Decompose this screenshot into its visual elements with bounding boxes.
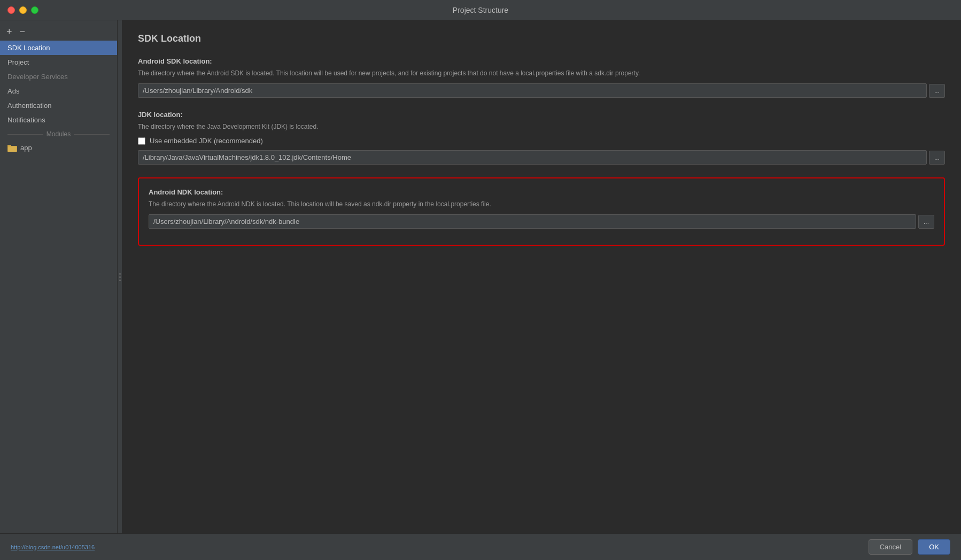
jdk-desc: The directory where the Java Development… <box>138 122 945 131</box>
sidebar-item-label: Developer Services <box>7 73 68 81</box>
ndk-block: Android NDK location: The directory wher… <box>138 177 945 246</box>
sidebar-item-label: Project <box>7 58 29 66</box>
android-sdk-path-input[interactable] <box>138 83 927 98</box>
sidebar-item-sdk-location[interactable]: SDK Location <box>0 41 117 55</box>
ndk-path-input[interactable] <box>149 214 916 229</box>
android-sdk-browse-button[interactable]: ... <box>929 84 945 98</box>
footer-url[interactable]: http://blog.csdn.net/u014005316 <box>11 544 95 550</box>
minimize-button[interactable] <box>19 6 27 14</box>
sidebar-item-app[interactable]: app <box>0 141 117 154</box>
window-title: Project Structure <box>453 6 508 14</box>
add-button[interactable]: + <box>5 27 13 36</box>
maximize-button[interactable] <box>31 6 38 14</box>
sidebar: + − SDK Location Project Developer Servi… <box>0 20 118 533</box>
section-title: SDK Location <box>138 33 945 44</box>
embedded-jdk-row: Use embedded JDK (recommended) <box>138 137 945 145</box>
sidebar-toolbar: + − <box>0 25 117 41</box>
resize-handle[interactable] <box>118 20 122 533</box>
bottom-bar: http://blog.csdn.net/u014005316 Cancel O… <box>0 533 961 560</box>
sidebar-item-developer-services: Developer Services <box>0 69 117 84</box>
jdk-path-row: ... <box>138 150 945 165</box>
remove-button[interactable]: − <box>19 27 27 36</box>
ndk-browse-button[interactable]: ... <box>918 215 934 229</box>
android-sdk-path-row: ... <box>138 83 945 98</box>
traffic-lights <box>7 6 38 14</box>
sidebar-item-project[interactable]: Project <box>0 55 117 69</box>
ndk-desc: The directory where the Android NDK is l… <box>149 199 934 209</box>
jdk-block: JDK location: The directory where the Ja… <box>138 111 945 165</box>
ndk-label: Android NDK location: <box>149 188 934 196</box>
sidebar-item-label: Ads <box>7 87 19 95</box>
ok-button[interactable]: OK <box>918 539 950 555</box>
folder-icon <box>7 144 17 152</box>
sidebar-item-label: Notifications <box>7 116 45 124</box>
sidebar-item-ads[interactable]: Ads <box>0 84 117 98</box>
sidebar-item-label: SDK Location <box>7 44 50 52</box>
embedded-jdk-checkbox[interactable] <box>138 137 145 145</box>
sidebar-item-authentication[interactable]: Authentication <box>0 98 117 113</box>
embedded-jdk-label: Use embedded JDK (recommended) <box>150 137 263 145</box>
ndk-path-row: ... <box>149 214 934 229</box>
jdk-label: JDK location: <box>138 111 945 119</box>
jdk-path-input[interactable] <box>138 150 927 165</box>
svg-rect-3 <box>7 146 17 152</box>
modules-divider: Modules <box>0 127 117 141</box>
android-sdk-block: Android SDK location: The directory wher… <box>138 57 945 98</box>
sidebar-item-notifications[interactable]: Notifications <box>0 113 117 127</box>
jdk-browse-button[interactable]: ... <box>929 151 945 165</box>
main-content: + − SDK Location Project Developer Servi… <box>0 20 961 533</box>
android-sdk-label: Android SDK location: <box>138 57 945 65</box>
titlebar: Project Structure <box>0 0 961 20</box>
android-sdk-desc: The directory where the Android SDK is l… <box>138 68 945 78</box>
cancel-button[interactable]: Cancel <box>869 539 912 555</box>
sidebar-item-label: Authentication <box>7 102 51 110</box>
content-panel: SDK Location Android SDK location: The d… <box>122 20 961 533</box>
module-label: app <box>20 144 32 152</box>
close-button[interactable] <box>7 6 15 14</box>
